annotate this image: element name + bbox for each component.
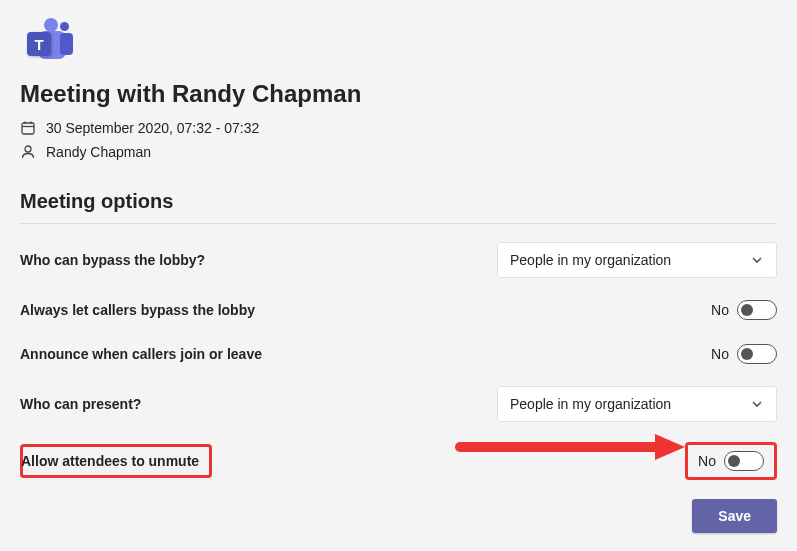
option-bypass-lobby: Who can bypass the lobby? People in my o… — [20, 232, 777, 288]
bypass-lobby-select[interactable]: People in my organization — [497, 242, 777, 278]
annotation-highlight-label: Allow attendees to unmute — [20, 444, 212, 478]
option-label: Announce when callers join or leave — [20, 346, 262, 362]
calendar-icon — [20, 120, 36, 136]
teams-logo: T — [20, 18, 68, 62]
toggle-state-text: No — [711, 346, 729, 362]
divider — [20, 223, 777, 224]
announce-toggle[interactable] — [737, 344, 777, 364]
option-label: Always let callers bypass the lobby — [20, 302, 255, 318]
annotation-highlight-toggle: No — [685, 442, 777, 480]
chevron-down-icon — [750, 397, 764, 411]
option-allow-unmute: Allow attendees to unmute No — [20, 432, 777, 490]
meeting-title: Meeting with Randy Chapman — [20, 80, 777, 108]
toggle-state-text: No — [698, 453, 716, 469]
option-announce: Announce when callers join or leave No — [20, 332, 777, 376]
callers-bypass-toggle[interactable] — [737, 300, 777, 320]
select-value: People in my organization — [510, 252, 671, 268]
option-label: Allow attendees to unmute — [21, 453, 199, 469]
section-heading: Meeting options — [20, 190, 777, 213]
teams-logo-letter: T — [27, 32, 51, 56]
allow-unmute-toggle[interactable] — [724, 451, 764, 471]
who-present-select[interactable]: People in my organization — [497, 386, 777, 422]
option-label: Who can bypass the lobby? — [20, 252, 205, 268]
option-callers-bypass: Always let callers bypass the lobby No — [20, 288, 777, 332]
save-button[interactable]: Save — [692, 499, 777, 533]
svg-point-4 — [25, 146, 31, 152]
meeting-organizer: Randy Chapman — [46, 144, 151, 160]
option-label: Who can present? — [20, 396, 141, 412]
select-value: People in my organization — [510, 396, 671, 412]
svg-rect-0 — [22, 123, 34, 134]
meeting-datetime: 30 September 2020, 07:32 - 07:32 — [46, 120, 259, 136]
option-who-present: Who can present? People in my organizati… — [20, 376, 777, 432]
chevron-down-icon — [750, 253, 764, 267]
toggle-state-text: No — [711, 302, 729, 318]
person-icon — [20, 144, 36, 160]
